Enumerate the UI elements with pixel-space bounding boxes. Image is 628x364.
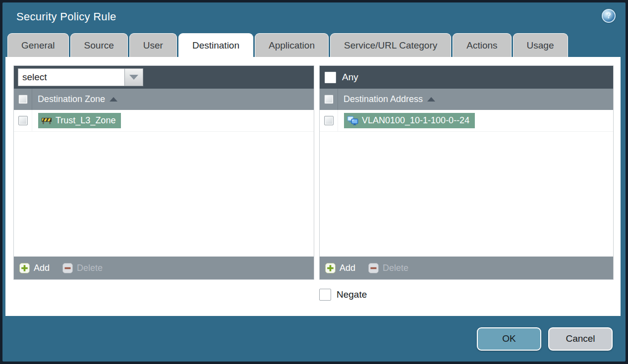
- zone-row-checkbox[interactable]: [18, 116, 28, 125]
- help-icon[interactable]: ?: [602, 9, 616, 23]
- negate-label: Negate: [337, 289, 367, 300]
- table-row: Trust_L3_Zone: [14, 110, 314, 132]
- destination-tab-content: Destination Zone: [5, 57, 621, 316]
- address-delete-button[interactable]: Delete: [368, 263, 408, 273]
- any-control: Any: [324, 72, 358, 83]
- zone-select-all-cell: [14, 89, 32, 110]
- address-rows: VLAN0100_10-1-100-0--24: [320, 110, 613, 257]
- address-add-button[interactable]: Add: [325, 263, 355, 273]
- zone-select-dropdown-button[interactable]: [124, 68, 143, 86]
- zone-select-combobox: [18, 68, 143, 86]
- address-column-label-text: Destination Address: [343, 94, 423, 104]
- address-add-label: Add: [340, 263, 355, 273]
- tab-destination[interactable]: Destination: [178, 33, 253, 57]
- network-address-icon: [347, 116, 358, 125]
- tab-source[interactable]: Source: [70, 33, 128, 57]
- any-checkbox[interactable]: [325, 72, 336, 83]
- dialog-footer: OK Cancel: [2, 316, 626, 362]
- address-column-label[interactable]: Destination Address: [338, 94, 435, 104]
- address-select-all-cell: [320, 89, 338, 110]
- tab-bar: General Source User Destination Applicat…: [2, 31, 626, 57]
- chevron-down-icon: [129, 75, 138, 80]
- zone-row-label: Trust_L3_Zone: [56, 115, 115, 126]
- zone-add-label: Add: [34, 263, 50, 273]
- tab-service-url-category[interactable]: Service/URL Category: [330, 33, 451, 57]
- zone-select-input[interactable]: [18, 68, 124, 86]
- panels-row: Destination Zone: [13, 65, 614, 280]
- row-checkbox-cell: [320, 110, 338, 131]
- address-select-all-checkbox[interactable]: [324, 95, 334, 104]
- zone-row-chip[interactable]: Trust_L3_Zone: [38, 113, 121, 128]
- zone-delete-button[interactable]: Delete: [62, 263, 103, 273]
- tab-usage[interactable]: Usage: [513, 33, 568, 57]
- zone-panel-toolbar: [14, 66, 314, 89]
- negate-control: Negate: [319, 289, 614, 301]
- zone-icon: [41, 116, 52, 125]
- dialog-title: Security Policy Rule: [16, 10, 116, 23]
- negate-checkbox[interactable]: [319, 289, 331, 301]
- any-label: Any: [342, 72, 358, 83]
- address-delete-label: Delete: [383, 263, 408, 273]
- address-column-header: Destination Address: [320, 89, 613, 110]
- address-row-checkbox[interactable]: [324, 116, 334, 125]
- tab-user[interactable]: User: [129, 33, 177, 57]
- dialog-titlebar: Security Policy Rule ?: [2, 2, 626, 31]
- add-icon: [325, 263, 336, 273]
- tab-general[interactable]: General: [7, 33, 69, 57]
- add-icon: [19, 263, 30, 273]
- row-checkbox-cell: [14, 110, 32, 131]
- address-panel-footer: Add Delete: [320, 257, 613, 279]
- screen-frame: Security Policy Rule ? General Source Us…: [0, 0, 628, 364]
- zone-delete-label: Delete: [77, 263, 103, 273]
- zone-panel-footer: Add Delete: [14, 257, 314, 279]
- address-row-label: VLAN0100_10-1-100-0--24: [362, 115, 469, 126]
- zone-column-header: Destination Zone: [14, 89, 314, 110]
- zone-column-label[interactable]: Destination Zone: [32, 94, 117, 104]
- address-row-chip[interactable]: VLAN0100_10-1-100-0--24: [344, 113, 475, 128]
- destination-address-panel: Any Destination Address: [319, 65, 614, 280]
- zone-select-all-checkbox[interactable]: [18, 95, 28, 104]
- address-panel-toolbar: Any: [320, 66, 613, 89]
- delete-icon: [62, 263, 73, 273]
- sort-ascending-icon: [427, 97, 435, 102]
- tab-actions[interactable]: Actions: [453, 33, 511, 57]
- tab-application[interactable]: Application: [255, 33, 329, 57]
- cancel-button[interactable]: Cancel: [548, 327, 613, 351]
- zone-rows: Trust_L3_Zone: [14, 110, 314, 257]
- delete-icon: [368, 263, 379, 273]
- zone-add-button[interactable]: Add: [19, 263, 50, 273]
- security-policy-rule-dialog: Security Policy Rule ? General Source Us…: [2, 2, 626, 362]
- table-row: VLAN0100_10-1-100-0--24: [320, 110, 613, 132]
- sort-ascending-icon: [110, 97, 117, 102]
- zone-column-label-text: Destination Zone: [38, 94, 105, 104]
- destination-zone-panel: Destination Zone: [13, 65, 314, 280]
- ok-button[interactable]: OK: [477, 327, 541, 351]
